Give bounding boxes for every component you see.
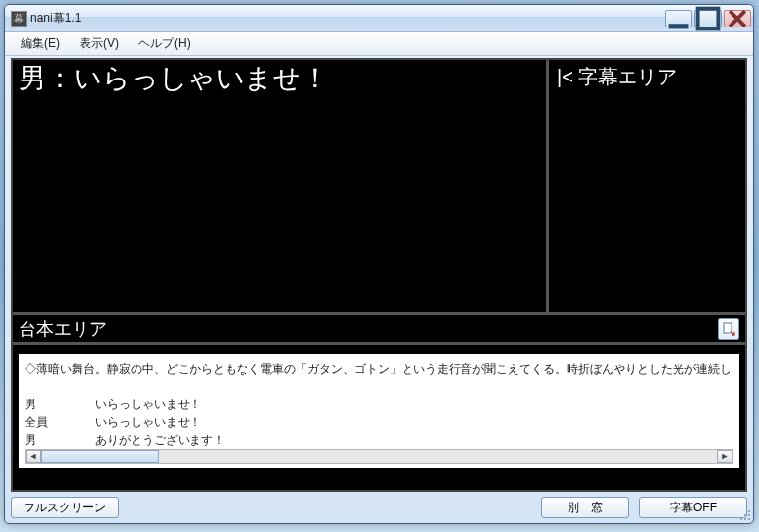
window-controls (665, 10, 751, 27)
scroll-track[interactable] (41, 450, 717, 463)
menu-edit[interactable]: 編集(E) (11, 32, 70, 55)
subtitle-main-panel[interactable]: 男：いらっしゃいませ！ (13, 60, 549, 312)
script-header-label: 台本エリア (19, 317, 718, 341)
minimize-icon (666, 6, 691, 31)
subtitle-side-label: 字幕エリア (578, 66, 677, 87)
separate-window-button[interactable]: 別 窓 (541, 497, 629, 518)
fullscreen-button[interactable]: フルスクリーン (11, 497, 119, 518)
scroll-left-button[interactable]: ◄ (26, 450, 41, 463)
menu-view[interactable]: 表示(V) (70, 32, 129, 55)
app-icon: 幕 (11, 11, 27, 27)
close-icon (725, 6, 750, 31)
menu-help[interactable]: ヘルプ(H) (129, 32, 200, 55)
maximize-button[interactable] (694, 10, 722, 27)
titlebar[interactable]: 幕 nani幕1.1 (5, 5, 753, 32)
window-title: nani幕1.1 (30, 10, 665, 27)
subtitle-side-panel[interactable]: |< 字幕エリア (549, 60, 745, 312)
minimize-button[interactable] (665, 10, 692, 27)
subtitle-rewind-icon: |< (557, 66, 573, 87)
scroll-right-button[interactable]: ► (717, 450, 732, 463)
script-page-button[interactable] (718, 318, 739, 340)
scroll-thumb[interactable] (41, 450, 159, 463)
page-icon (722, 322, 735, 336)
resize-grip[interactable] (737, 507, 751, 521)
subtitle-text: 男：いらっしゃいませ！ (19, 63, 329, 93)
bottom-toolbar: フルスクリーン 別 窓 字幕OFF (11, 496, 747, 519)
subtitle-off-button[interactable]: 字幕OFF (639, 497, 747, 518)
maximize-icon (695, 6, 721, 31)
svg-rect-0 (669, 24, 689, 28)
script-body[interactable]: ◇薄暗い舞台。静寂の中、どこからともなく電車の「ガタン、ゴトン」という走行音が聞… (19, 354, 739, 468)
horizontal-scrollbar[interactable]: ◄ ► (25, 449, 733, 464)
close-button[interactable] (724, 10, 751, 27)
menubar: 編集(E) 表示(V) ヘルプ(H) (5, 32, 753, 56)
script-text: ◇薄暗い舞台。静寂の中、どこからともなく電車の「ガタン、ゴトン」という走行音が聞… (19, 354, 739, 451)
svg-rect-1 (698, 8, 719, 28)
script-header: 台本エリア (13, 315, 745, 345)
app-window: 幕 nani幕1.1 編集(E) 表示(V) ヘルプ(H) 男：いらっしゃいませ… (4, 4, 754, 524)
content-area: 男：いらっしゃいませ！ |< 字幕エリア 台本エリア ◇薄暗い舞台。静寂の中、ど… (11, 58, 747, 492)
subtitle-row: 男：いらっしゃいませ！ |< 字幕エリア (13, 60, 745, 315)
